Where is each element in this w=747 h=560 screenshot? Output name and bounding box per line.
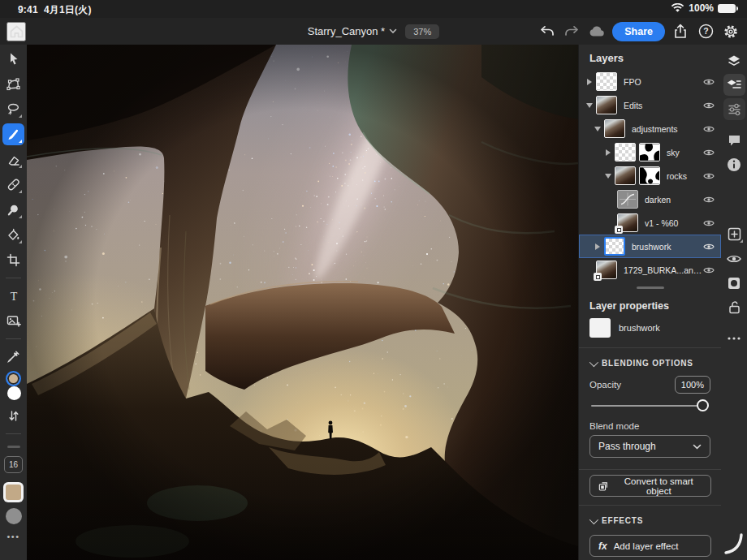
disclosure-collapsed-icon[interactable] — [594, 243, 602, 250]
layer-row-darken[interactable]: darken — [579, 187, 721, 211]
transform-tool-icon — [6, 78, 20, 91]
cloud-icon — [589, 25, 606, 37]
visibility-eye-icon[interactable] — [703, 243, 715, 251]
disclosure-expanded-icon[interactable] — [594, 127, 602, 131]
blend-mode-label: Blend mode — [579, 416, 721, 435]
opacity-value-field[interactable]: 100% — [675, 376, 710, 394]
document-title[interactable]: Starry_Canyon * — [308, 25, 397, 37]
foreground-color-chip[interactable] — [6, 371, 21, 386]
brush-size-field[interactable]: 16 — [4, 456, 23, 473]
visibility-eye-icon[interactable] — [703, 219, 715, 227]
visibility-eye-icon[interactable] — [703, 125, 715, 133]
visibility-eye-icon[interactable] — [703, 172, 715, 180]
help-button[interactable]: ? — [696, 22, 715, 41]
smart-object-thumbnail — [596, 261, 617, 279]
layer-row-adjustments[interactable]: adjustments — [579, 117, 721, 140]
transform-tool[interactable] — [2, 73, 24, 95]
layer-properties-title: Layer properties — [579, 292, 721, 317]
place-photo-icon — [6, 314, 21, 328]
layer-row-1729-burka[interactable]: 1729_BURKA...anced-NR33 — [579, 258, 721, 282]
properties-button[interactable] — [723, 98, 745, 120]
effects-header[interactable]: EFFECTS — [579, 509, 721, 530]
swap-colors-button[interactable] — [2, 405, 24, 427]
chevron-down-icon — [693, 444, 702, 450]
undo-icon — [539, 25, 555, 37]
smart-object-icon — [598, 480, 609, 492]
brush-tool[interactable] — [2, 123, 24, 145]
zoom-level-badge[interactable]: 37% — [405, 24, 439, 39]
toolbar-divider — [6, 433, 21, 434]
visibility-eye-icon[interactable] — [703, 266, 715, 274]
visibility-eye-icon[interactable] — [703, 196, 715, 204]
export-button[interactable] — [671, 22, 690, 41]
blending-options-header[interactable]: BLENDING OPTIONS — [579, 351, 721, 373]
layers-panel: Layers FPO Edits adjustments sky — [578, 45, 721, 560]
layer-row-sky[interactable]: sky — [579, 140, 721, 164]
type-tool[interactable]: T — [2, 285, 24, 307]
info-icon — [727, 157, 741, 172]
more-tool-options-button[interactable]: ••• — [6, 532, 19, 541]
app-bar: Starry_Canyon * 37% Share ? — [0, 18, 747, 45]
layer-row-fpo[interactable]: FPO — [579, 70, 721, 93]
layer-mask-thumbnail — [639, 143, 660, 162]
eraser-tool[interactable] — [2, 149, 24, 170]
opacity-slider[interactable] — [591, 397, 709, 415]
fill-tool[interactable] — [2, 224, 24, 246]
status-time-date: 9:41 4月1日(火) — [18, 3, 92, 17]
info-button[interactable] — [723, 153, 745, 175]
visibility-eye-icon[interactable] — [703, 101, 715, 110]
move-tool[interactable] — [2, 48, 24, 70]
disclosure-expanded-icon[interactable] — [604, 174, 612, 179]
add-layer-effect-button[interactable]: fx Add layer effect — [589, 535, 711, 557]
layer-row-brushwork[interactable]: brushwork — [579, 235, 721, 258]
lasso-tool[interactable] — [2, 98, 24, 120]
disclosure-collapsed-icon[interactable] — [585, 79, 594, 85]
add-layer-button[interactable] — [723, 223, 745, 245]
eyedropper-tool[interactable] — [2, 346, 24, 368]
disclosure-expanded-icon[interactable] — [585, 103, 594, 108]
crop-tool[interactable] — [2, 249, 24, 271]
convert-to-smart-object-button[interactable]: Convert to smart object — [589, 475, 711, 497]
canvas[interactable] — [27, 45, 578, 560]
color-chips[interactable] — [4, 371, 24, 402]
clone-stamp-tool[interactable] — [2, 199, 24, 221]
layer-thumbnail — [615, 143, 636, 162]
add-layer-icon — [728, 227, 741, 241]
layer-visibility-button[interactable] — [723, 248, 745, 269]
redo-button[interactable] — [562, 22, 581, 41]
chevron-down-icon — [389, 28, 397, 34]
settings-button[interactable] — [721, 22, 741, 41]
cloud-sync-button[interactable] — [587, 22, 607, 41]
opacity-label: Opacity — [589, 380, 621, 390]
brush-preview-circle[interactable] — [6, 508, 22, 524]
battery-icon — [718, 4, 736, 13]
comments-button[interactable] — [723, 129, 745, 151]
layers-detail-view-button[interactable] — [723, 74, 745, 96]
visibility-eye-icon[interactable] — [703, 78, 715, 86]
layers-compact-view-button[interactable] — [723, 50, 745, 71]
place-photo-tool[interactable] — [2, 310, 24, 332]
comment-bubble-icon — [728, 134, 741, 147]
more-options-button[interactable] — [723, 327, 745, 349]
background-color-chip[interactable] — [7, 386, 21, 400]
slider-thumb[interactable] — [697, 399, 709, 411]
fx-icon: fx — [598, 541, 607, 552]
undo-button[interactable] — [537, 22, 556, 41]
layer-row-edits[interactable]: Edits — [579, 93, 721, 117]
toolbar-divider — [6, 338, 21, 339]
layers-panel-title: Layers — [579, 45, 721, 70]
smart-object-thumbnail — [617, 213, 638, 232]
brush-color-swatch[interactable] — [3, 482, 24, 502]
add-mask-button[interactable] — [723, 272, 745, 294]
lock-layer-button[interactable] — [723, 296, 745, 318]
ellipsis-icon — [728, 337, 741, 340]
options-drag-handle[interactable] — [7, 446, 20, 448]
layer-row-v1[interactable]: v1 - %60 — [579, 211, 721, 235]
share-button[interactable]: Share — [612, 22, 665, 41]
layer-row-rocks[interactable]: rocks — [579, 164, 721, 187]
panel-resize-handle[interactable] — [637, 286, 664, 289]
healing-brush-tool[interactable] — [2, 174, 24, 196]
blend-mode-dropdown[interactable]: Pass through — [589, 435, 710, 458]
disclosure-collapsed-icon[interactable] — [604, 149, 612, 156]
visibility-eye-icon[interactable] — [703, 149, 715, 157]
